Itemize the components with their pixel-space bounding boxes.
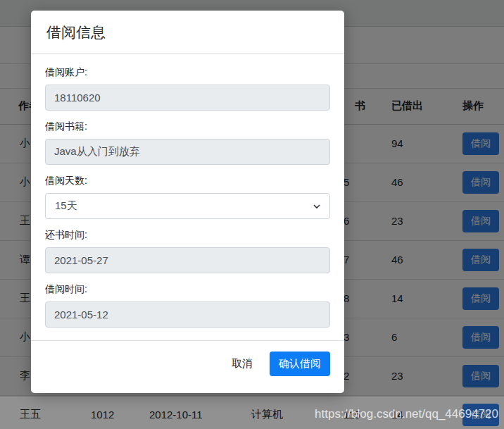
modal-header: 借阅信息 [31,11,344,54]
days-select[interactable]: 15天 [45,193,330,219]
borrowed-cell: 14 [374,279,445,318]
borrow-button[interactable]: 借阅 [462,404,499,426]
modal-title: 借阅信息 [46,23,329,42]
cancel-button[interactable]: 取消 [225,352,260,375]
borrowed-cell: 23 [374,201,445,240]
borrow-date-field [45,301,330,328]
borrowed-cell: 14 [374,395,445,429]
stock-cell: 115 [325,395,374,429]
book-label: 借阅书籍: [45,120,330,133]
borrow-info-modal: 借阅信息 借阅账户: 借阅书籍: 借阅天数: 15天 还书时间: 借阅时间: 取… [31,11,344,393]
borrowed-cell: 6 [374,318,445,356]
col-header-actions: 操作 [445,89,504,124]
book-field [45,139,330,165]
account-label: 借阅账户: [45,66,330,79]
borrow-button[interactable]: 借阅 [462,249,499,271]
borrow-button[interactable]: 借阅 [462,287,499,310]
modal-footer: 取消 确认借阅 [31,340,344,393]
modal-body: 借阅账户: 借阅书籍: 借阅天数: 15天 还书时间: 借阅时间: [31,54,344,340]
chevron-down-icon [313,202,321,211]
borrow-button[interactable]: 借阅 [462,365,499,387]
borrowed-cell: 46 [374,163,445,201]
borrow-button[interactable]: 借阅 [462,326,499,349]
account-field [45,85,330,111]
borrow-date-label: 借阅时间: [45,283,330,296]
borrowed-cell: 23 [374,356,445,395]
return-date-field [45,247,330,273]
borrowed-cell: 46 [374,240,445,279]
borrow-button[interactable]: 借阅 [462,171,499,194]
borrowed-cell: 94 [374,124,445,163]
confirm-borrow-button[interactable]: 确认借阅 [270,352,330,376]
col-header-borrowed: 已借出 [374,89,445,124]
borrow-button[interactable]: 借阅 [462,132,499,155]
table-row: 王五 1012 2012-10-11 计算机 115 14 借阅 [0,395,504,429]
borrow-button[interactable]: 借阅 [462,210,499,232]
author-cell: 王五 [0,395,73,429]
days-label: 借阅天数: [45,175,330,187]
days-select-value: 15天 [55,199,77,213]
return-date-label: 还书时间: [45,229,330,242]
